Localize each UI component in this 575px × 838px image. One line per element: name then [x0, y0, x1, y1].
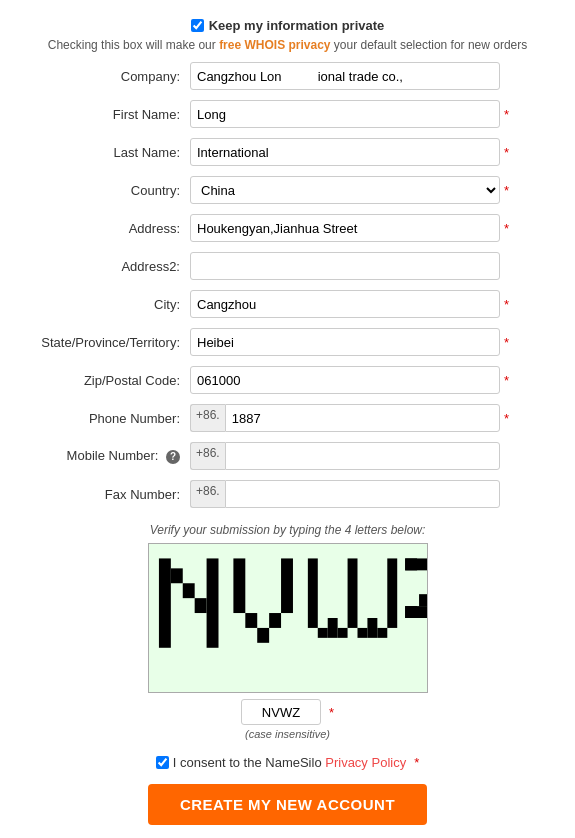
captcha-input-row: *: [241, 699, 334, 725]
phone-wrap: +86.: [190, 404, 500, 432]
svg-rect-6: [233, 558, 245, 613]
mobile-prefix: +86.: [190, 442, 225, 470]
mobile-label: Mobile Number:: [67, 448, 159, 463]
captcha-hint: (case insensitive): [245, 728, 330, 740]
country-label: Country:: [20, 183, 190, 198]
company-control: [190, 62, 555, 90]
phone-row: Phone Number: +86. *: [20, 404, 555, 432]
phone-prefix: +86.: [190, 404, 225, 432]
consent-checkbox[interactable]: [156, 756, 169, 769]
firstname-control: *: [190, 100, 555, 128]
mobile-wrap: +86.: [190, 442, 500, 470]
mobile-help-icon[interactable]: ?: [166, 450, 180, 464]
svg-rect-10: [281, 558, 293, 613]
whois-note: Checking this box will make our free WHO…: [20, 38, 555, 52]
mobile-input[interactable]: [225, 442, 500, 470]
svg-rect-5: [206, 558, 218, 647]
phone-input[interactable]: [225, 404, 500, 432]
svg-rect-21: [405, 558, 427, 570]
zip-input[interactable]: [190, 366, 500, 394]
captcha-note: Verify your submission by typing the 4 l…: [150, 523, 426, 537]
fax-prefix: +86.: [190, 480, 225, 508]
fax-input[interactable]: [225, 480, 500, 508]
zip-control: *: [190, 366, 555, 394]
captcha-input[interactable]: [241, 699, 321, 725]
registration-form: Company: First Name: * Last Name: * Coun…: [0, 62, 575, 508]
city-row: City: *: [20, 290, 555, 318]
company-row: Company:: [20, 62, 555, 90]
country-row: Country: China United States United King…: [20, 176, 555, 204]
lastname-control: *: [190, 138, 555, 166]
svg-rect-2: [170, 568, 182, 583]
address-input[interactable]: [190, 214, 500, 242]
consent-required: *: [414, 755, 419, 770]
city-input[interactable]: [190, 290, 500, 318]
lastname-row: Last Name: *: [20, 138, 555, 166]
create-account-button[interactable]: CREATE MY NEW ACCOUNT: [148, 784, 427, 825]
svg-rect-14: [337, 628, 347, 638]
svg-rect-18: [377, 628, 387, 638]
address-required: *: [504, 221, 509, 236]
consent-prefix: I consent to the NameSilo: [173, 755, 325, 770]
consent-label: I consent to the NameSilo Privacy Policy: [173, 755, 406, 770]
phone-control: +86. *: [190, 404, 555, 432]
state-required: *: [504, 335, 509, 350]
address-control: *: [190, 214, 555, 242]
svg-rect-12: [317, 628, 327, 638]
zip-required: *: [504, 373, 509, 388]
address-label: Address:: [20, 221, 190, 236]
firstname-input[interactable]: [190, 100, 500, 128]
svg-rect-3: [182, 583, 194, 598]
svg-rect-8: [257, 628, 269, 643]
svg-rect-15: [347, 558, 357, 628]
captcha-image: [148, 543, 428, 693]
firstname-row: First Name: *: [20, 100, 555, 128]
svg-rect-7: [245, 613, 257, 628]
city-control: *: [190, 290, 555, 318]
state-row: State/Province/Territory: *: [20, 328, 555, 356]
svg-rect-13: [327, 618, 337, 638]
svg-rect-9: [269, 613, 281, 628]
privacy-policy-link[interactable]: Privacy Policy: [325, 755, 406, 770]
address-row: Address: *: [20, 214, 555, 242]
svg-rect-16: [357, 628, 367, 638]
consent-row: I consent to the NameSilo Privacy Policy…: [0, 755, 575, 770]
svg-rect-1: [158, 558, 170, 647]
svg-rect-19: [387, 558, 397, 628]
address2-control: [190, 252, 555, 280]
keep-private-label: Keep my information private: [209, 18, 385, 33]
phone-required: *: [504, 411, 509, 426]
svg-rect-24: [419, 594, 427, 606]
mobile-label-wrap: Mobile Number: ?: [20, 448, 190, 464]
note-prefix: Checking this box will make our: [48, 38, 219, 52]
mobile-row: Mobile Number: ? +86.: [20, 442, 555, 470]
fax-row: Fax Number: +86.: [20, 480, 555, 508]
svg-rect-4: [194, 598, 206, 613]
keep-private-checkbox[interactable]: [191, 19, 204, 32]
lastname-input[interactable]: [190, 138, 500, 166]
state-label: State/Province/Territory:: [20, 335, 190, 350]
firstname-required: *: [504, 107, 509, 122]
country-required: *: [504, 183, 509, 198]
svg-rect-11: [307, 558, 317, 628]
fax-label: Fax Number:: [20, 487, 190, 502]
free-whois-text: free WHOIS privacy: [219, 38, 330, 52]
firstname-label: First Name:: [20, 107, 190, 122]
mobile-control: +86.: [190, 442, 555, 470]
company-input[interactable]: [190, 62, 500, 90]
captcha-required: *: [329, 705, 334, 720]
city-label: City:: [20, 297, 190, 312]
state-input[interactable]: [190, 328, 500, 356]
zip-row: Zip/Postal Code: *: [20, 366, 555, 394]
country-control: China United States United Kingdom Canad…: [190, 176, 555, 204]
note-suffix: your default selection for new orders: [331, 38, 528, 52]
country-select[interactable]: China United States United Kingdom Canad…: [190, 176, 500, 204]
fax-control: +86.: [190, 480, 555, 508]
address2-input[interactable]: [190, 252, 500, 280]
svg-rect-26: [405, 606, 427, 618]
address2-label: Address2:: [20, 259, 190, 274]
address2-row: Address2:: [20, 252, 555, 280]
svg-rect-17: [367, 618, 377, 638]
lastname-required: *: [504, 145, 509, 160]
fax-wrap: +86.: [190, 480, 500, 508]
